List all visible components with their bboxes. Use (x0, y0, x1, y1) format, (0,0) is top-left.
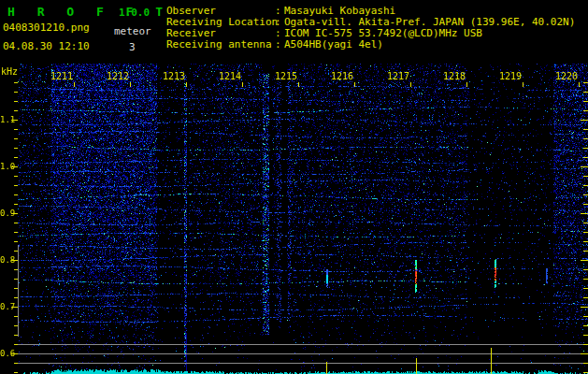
meteor-count: 3 (129, 41, 136, 53)
time-label-1212: 1212 (106, 72, 129, 81)
info-row-antenna: Receiving antenna:A504HB(yagi 4el) (166, 38, 383, 50)
time-label-1218: 1218 (442, 72, 466, 81)
time-label-1214: 1214 (218, 72, 241, 81)
info-value: A504HB(yagi 4el) (284, 38, 383, 50)
info-row-observer: Observer:Masayuki Kobayashi (166, 5, 395, 16)
info-row-receiver: Receiver:ICOM IC-575 53.7492(@LCD)MHz US… (166, 27, 482, 38)
freq-label-0.6: 0.6 (0, 348, 12, 359)
freq-label-1.0: 1.0 (0, 161, 12, 172)
info-row-location: Receiving Location:Ogata-vill. Akita-Pre… (166, 16, 575, 27)
time-label-1216: 1216 (330, 72, 353, 81)
time-label-1219: 1219 (498, 72, 522, 81)
time-label-1217: 1217 (386, 72, 409, 81)
datetime: 04.08.30 12:10 (3, 40, 90, 52)
freq-label-0.8: 0.8 (0, 254, 12, 266)
info-colon: : (275, 38, 284, 50)
time-label-1215: 1215 (274, 72, 297, 81)
y-axis-unit-label: kHz (1, 66, 18, 77)
time-label-1211: 1211 (50, 72, 73, 81)
time-label-1213: 1213 (162, 72, 185, 81)
freq-label-0.9: 0.9 (0, 208, 12, 219)
freq-label-0.7: 0.7 (0, 301, 12, 312)
app-version: 1.0.0 (119, 7, 150, 19)
time-label-1220: 1220 (554, 72, 578, 81)
info-label: Receiving antenna (166, 38, 275, 50)
output-filename: 0408301210.png (3, 22, 90, 34)
spectrogram-canvas (0, 64, 588, 374)
freq-label-1.1: 1.1 (0, 114, 12, 125)
hrofft-screenshot: H R O F F T 1.0.0 0408301210.png meteor … (0, 0, 588, 374)
mode-label: meteor (114, 25, 151, 37)
